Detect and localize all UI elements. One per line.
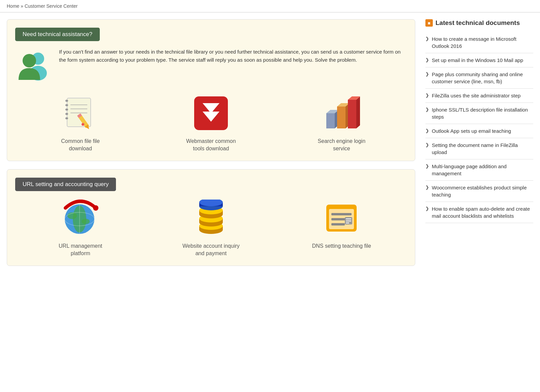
common-file-download-label: Common file filedownload (61, 138, 100, 153)
chart-icon (320, 93, 363, 133)
technical-assistance-card: Need technical assistance? If you can't … (7, 19, 415, 161)
chevron-right-icon: ❯ (425, 128, 429, 133)
svg-rect-49 (331, 213, 352, 215)
chevron-right-icon: ❯ (425, 206, 429, 211)
people-icon (15, 48, 52, 85)
breadcrumb-current: Customer Service Center (25, 3, 78, 9)
svg-rect-5 (65, 104, 68, 106)
sidebar-list-item[interactable]: ❯Woocommerce establishes product simple … (425, 181, 533, 202)
download-icon (189, 93, 233, 133)
sidebar-list-item-link[interactable]: How to enable spam auto-delete and creat… (432, 205, 533, 219)
chevron-right-icon: ❯ (425, 71, 429, 77)
sidebar-list-item-link[interactable]: Page plus community sharing and online c… (432, 71, 533, 85)
sidebar-list-item-link[interactable]: Setting the document name in FileZilla u… (432, 142, 533, 156)
svg-rect-6 (65, 109, 68, 111)
chevron-right-icon: ❯ (425, 163, 429, 169)
dns-teaching-label: DNS setting teaching file (312, 242, 371, 250)
dns-icon (320, 198, 363, 238)
card1-intro: If you can't find an answer to your need… (15, 48, 407, 85)
sidebar-list-item-link[interactable]: Multi-language page addition and managem… (432, 163, 533, 177)
sidebar-list: ❯How to create a message in Microsoft Ou… (425, 32, 533, 223)
sidebar-list-item[interactable]: ❯How to enable spam auto-delete and crea… (425, 202, 533, 223)
svg-point-31 (82, 219, 90, 224)
search-engine-login-item[interactable]: Search engine loginservice (308, 93, 375, 153)
sidebar-list-item[interactable]: ❯How to create a message in Microsoft Ou… (425, 32, 533, 53)
svg-rect-7 (65, 113, 68, 115)
website-account-label: Website account inquiryand payment (182, 242, 240, 258)
url-accounting-card: URL setting and accounting query (7, 169, 415, 266)
webmaster-tools-item[interactable]: Webmaster commontools download (177, 93, 245, 153)
sidebar-list-item[interactable]: ❯Set up email in the Windows 10 Mail app (425, 53, 533, 67)
notebook-icon (59, 93, 102, 133)
chevron-right-icon: ❯ (425, 185, 429, 190)
svg-point-2 (23, 54, 36, 67)
card1-icons-row: Common file filedownload Webmaster comm (15, 93, 407, 153)
svg-rect-55 (346, 222, 349, 223)
rss-icon: ■ (425, 19, 433, 27)
svg-rect-22 (337, 107, 346, 128)
sidebar-list-item-link[interactable]: FileZilla uses the site administrator st… (432, 92, 520, 99)
sidebar: ■ Latest technical documents ❯How to cre… (425, 19, 533, 266)
sidebar-list-item-link[interactable]: Woocommerce establishes product simple t… (432, 184, 533, 198)
sidebar-list-item[interactable]: ❯Outlook App sets up email teaching (425, 124, 533, 138)
globe-icon (59, 198, 102, 238)
chevron-right-icon: ❯ (425, 142, 429, 147)
svg-rect-19 (326, 113, 335, 128)
url-accounting-header[interactable]: URL setting and accounting query (15, 178, 116, 191)
chevron-right-icon: ❯ (425, 107, 429, 112)
sidebar-list-item[interactable]: ❯Page plus community sharing and online … (425, 67, 533, 89)
breadcrumb: Home » Customer Service Center (0, 0, 540, 12)
common-file-download-item[interactable]: Common file filedownload (47, 93, 114, 153)
url-management-item[interactable]: URL managementplatform (47, 198, 114, 258)
sidebar-title: ■ Latest technical documents (425, 19, 533, 27)
chevron-right-icon: ❯ (425, 93, 429, 98)
chevron-right-icon: ❯ (425, 57, 429, 62)
breadcrumb-separator: » (21, 3, 23, 9)
page-layout: Need technical assistance? If you can't … (0, 12, 540, 273)
sidebar-list-item-link[interactable]: How to create a message in Microsoft Out… (432, 35, 533, 50)
webmaster-tools-label: Webmaster commontools download (186, 138, 236, 153)
sidebar-list-item[interactable]: ❯Setting the document name in FileZilla … (425, 138, 533, 159)
url-management-label: URL managementplatform (59, 242, 102, 258)
technical-assistance-header[interactable]: Need technical assistance? (15, 28, 100, 41)
search-engine-login-label: Search engine loginservice (318, 138, 365, 153)
svg-rect-4 (65, 100, 68, 102)
svg-rect-3 (67, 98, 91, 127)
sidebar-list-item-link[interactable]: Set up email in the Windows 10 Mail app (432, 57, 523, 64)
website-account-item[interactable]: Website account inquiryand payment (177, 198, 245, 258)
card2-icons-row: URL managementplatform (15, 198, 407, 258)
main-content: Need technical assistance? If you can't … (7, 19, 415, 266)
svg-point-34 (93, 205, 98, 211)
sidebar-list-item-link[interactable]: Iphone SSL/TLS description file installa… (432, 106, 533, 120)
sidebar-list-item-link[interactable]: Outlook App sets up email teaching (432, 127, 511, 134)
svg-rect-54 (346, 220, 351, 221)
card1-intro-text: If you can't find an answer to your need… (59, 48, 407, 85)
chevron-right-icon: ❯ (425, 36, 429, 41)
svg-point-15 (82, 123, 84, 126)
sidebar-list-item[interactable]: ❯Multi-language page addition and manage… (425, 159, 533, 181)
sidebar-list-item[interactable]: ❯FileZilla uses the site administrator s… (425, 89, 533, 103)
dns-teaching-item[interactable]: DNS setting teaching file (308, 198, 375, 258)
db-icon (189, 198, 233, 238)
svg-rect-53 (346, 218, 351, 219)
svg-rect-8 (65, 117, 68, 119)
svg-marker-27 (356, 96, 360, 128)
sidebar-list-item[interactable]: ❯Iphone SSL/TLS description file install… (425, 103, 533, 124)
breadcrumb-home[interactable]: Home (7, 3, 19, 9)
svg-rect-51 (331, 223, 345, 225)
svg-rect-25 (348, 100, 356, 128)
